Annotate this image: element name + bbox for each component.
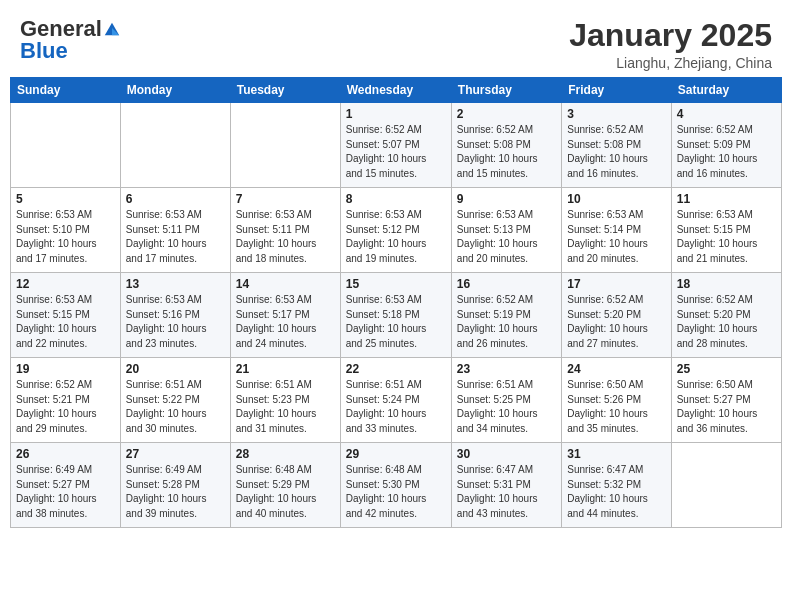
day-number: 30 [457, 447, 556, 461]
day-info: Sunrise: 6:52 AM Sunset: 5:08 PM Dayligh… [567, 123, 665, 181]
logo-general-text: General [20, 18, 102, 40]
calendar-week-1: 1Sunrise: 6:52 AM Sunset: 5:07 PM Daylig… [11, 103, 782, 188]
calendar-cell: 30Sunrise: 6:47 AM Sunset: 5:31 PM Dayli… [451, 443, 561, 528]
calendar-cell: 13Sunrise: 6:53 AM Sunset: 5:16 PM Dayli… [120, 273, 230, 358]
calendar-cell: 17Sunrise: 6:52 AM Sunset: 5:20 PM Dayli… [562, 273, 671, 358]
day-info: Sunrise: 6:53 AM Sunset: 5:15 PM Dayligh… [16, 293, 115, 351]
day-info: Sunrise: 6:52 AM Sunset: 5:07 PM Dayligh… [346, 123, 446, 181]
day-number: 2 [457, 107, 556, 121]
day-info: Sunrise: 6:51 AM Sunset: 5:23 PM Dayligh… [236, 378, 335, 436]
calendar-cell: 9Sunrise: 6:53 AM Sunset: 5:13 PM Daylig… [451, 188, 561, 273]
day-info: Sunrise: 6:48 AM Sunset: 5:30 PM Dayligh… [346, 463, 446, 521]
day-info: Sunrise: 6:52 AM Sunset: 5:08 PM Dayligh… [457, 123, 556, 181]
calendar-cell: 2Sunrise: 6:52 AM Sunset: 5:08 PM Daylig… [451, 103, 561, 188]
day-number: 1 [346, 107, 446, 121]
day-info: Sunrise: 6:53 AM Sunset: 5:13 PM Dayligh… [457, 208, 556, 266]
calendar-week-2: 5Sunrise: 6:53 AM Sunset: 5:10 PM Daylig… [11, 188, 782, 273]
day-info: Sunrise: 6:49 AM Sunset: 5:28 PM Dayligh… [126, 463, 225, 521]
header: General Blue January 2025 Lianghu, Zheji… [10, 10, 782, 77]
day-number: 23 [457, 362, 556, 376]
day-info: Sunrise: 6:53 AM Sunset: 5:14 PM Dayligh… [567, 208, 665, 266]
calendar-cell: 19Sunrise: 6:52 AM Sunset: 5:21 PM Dayli… [11, 358, 121, 443]
calendar-cell: 16Sunrise: 6:52 AM Sunset: 5:19 PM Dayli… [451, 273, 561, 358]
calendar-week-5: 26Sunrise: 6:49 AM Sunset: 5:27 PM Dayli… [11, 443, 782, 528]
day-number: 25 [677, 362, 776, 376]
day-info: Sunrise: 6:50 AM Sunset: 5:26 PM Dayligh… [567, 378, 665, 436]
day-number: 26 [16, 447, 115, 461]
day-info: Sunrise: 6:52 AM Sunset: 5:21 PM Dayligh… [16, 378, 115, 436]
calendar-cell: 25Sunrise: 6:50 AM Sunset: 5:27 PM Dayli… [671, 358, 781, 443]
day-info: Sunrise: 6:53 AM Sunset: 5:18 PM Dayligh… [346, 293, 446, 351]
calendar-cell: 24Sunrise: 6:50 AM Sunset: 5:26 PM Dayli… [562, 358, 671, 443]
calendar-cell: 7Sunrise: 6:53 AM Sunset: 5:11 PM Daylig… [230, 188, 340, 273]
day-number: 22 [346, 362, 446, 376]
day-number: 18 [677, 277, 776, 291]
day-info: Sunrise: 6:53 AM Sunset: 5:11 PM Dayligh… [236, 208, 335, 266]
calendar-cell: 23Sunrise: 6:51 AM Sunset: 5:25 PM Dayli… [451, 358, 561, 443]
day-number: 29 [346, 447, 446, 461]
calendar-cell: 21Sunrise: 6:51 AM Sunset: 5:23 PM Dayli… [230, 358, 340, 443]
day-header-monday: Monday [120, 78, 230, 103]
calendar-header-row: SundayMondayTuesdayWednesdayThursdayFrid… [11, 78, 782, 103]
calendar-cell: 20Sunrise: 6:51 AM Sunset: 5:22 PM Dayli… [120, 358, 230, 443]
calendar-cell: 4Sunrise: 6:52 AM Sunset: 5:09 PM Daylig… [671, 103, 781, 188]
day-info: Sunrise: 6:53 AM Sunset: 5:10 PM Dayligh… [16, 208, 115, 266]
day-number: 3 [567, 107, 665, 121]
day-info: Sunrise: 6:53 AM Sunset: 5:12 PM Dayligh… [346, 208, 446, 266]
day-number: 27 [126, 447, 225, 461]
calendar-cell [671, 443, 781, 528]
calendar-cell: 11Sunrise: 6:53 AM Sunset: 5:15 PM Dayli… [671, 188, 781, 273]
day-info: Sunrise: 6:47 AM Sunset: 5:31 PM Dayligh… [457, 463, 556, 521]
day-number: 14 [236, 277, 335, 291]
calendar-week-3: 12Sunrise: 6:53 AM Sunset: 5:15 PM Dayli… [11, 273, 782, 358]
calendar-cell: 12Sunrise: 6:53 AM Sunset: 5:15 PM Dayli… [11, 273, 121, 358]
day-info: Sunrise: 6:52 AM Sunset: 5:09 PM Dayligh… [677, 123, 776, 181]
calendar-cell: 8Sunrise: 6:53 AM Sunset: 5:12 PM Daylig… [340, 188, 451, 273]
day-number: 8 [346, 192, 446, 206]
day-info: Sunrise: 6:52 AM Sunset: 5:20 PM Dayligh… [677, 293, 776, 351]
day-number: 9 [457, 192, 556, 206]
calendar-cell: 18Sunrise: 6:52 AM Sunset: 5:20 PM Dayli… [671, 273, 781, 358]
calendar-cell: 26Sunrise: 6:49 AM Sunset: 5:27 PM Dayli… [11, 443, 121, 528]
day-info: Sunrise: 6:51 AM Sunset: 5:24 PM Dayligh… [346, 378, 446, 436]
calendar-cell: 6Sunrise: 6:53 AM Sunset: 5:11 PM Daylig… [120, 188, 230, 273]
day-info: Sunrise: 6:47 AM Sunset: 5:32 PM Dayligh… [567, 463, 665, 521]
day-info: Sunrise: 6:51 AM Sunset: 5:25 PM Dayligh… [457, 378, 556, 436]
logo-icon [103, 20, 121, 38]
day-header-saturday: Saturday [671, 78, 781, 103]
calendar-week-4: 19Sunrise: 6:52 AM Sunset: 5:21 PM Dayli… [11, 358, 782, 443]
day-number: 17 [567, 277, 665, 291]
day-number: 12 [16, 277, 115, 291]
day-info: Sunrise: 6:53 AM Sunset: 5:17 PM Dayligh… [236, 293, 335, 351]
day-number: 10 [567, 192, 665, 206]
day-info: Sunrise: 6:53 AM Sunset: 5:16 PM Dayligh… [126, 293, 225, 351]
day-info: Sunrise: 6:53 AM Sunset: 5:15 PM Dayligh… [677, 208, 776, 266]
calendar-cell: 27Sunrise: 6:49 AM Sunset: 5:28 PM Dayli… [120, 443, 230, 528]
calendar-cell: 3Sunrise: 6:52 AM Sunset: 5:08 PM Daylig… [562, 103, 671, 188]
calendar-cell: 10Sunrise: 6:53 AM Sunset: 5:14 PM Dayli… [562, 188, 671, 273]
day-number: 20 [126, 362, 225, 376]
day-info: Sunrise: 6:48 AM Sunset: 5:29 PM Dayligh… [236, 463, 335, 521]
day-header-sunday: Sunday [11, 78, 121, 103]
day-info: Sunrise: 6:50 AM Sunset: 5:27 PM Dayligh… [677, 378, 776, 436]
day-number: 4 [677, 107, 776, 121]
logo: General Blue [20, 18, 121, 62]
title-block: January 2025 Lianghu, Zhejiang, China [569, 18, 772, 71]
day-number: 13 [126, 277, 225, 291]
calendar-cell: 14Sunrise: 6:53 AM Sunset: 5:17 PM Dayli… [230, 273, 340, 358]
day-header-thursday: Thursday [451, 78, 561, 103]
calendar-cell: 22Sunrise: 6:51 AM Sunset: 5:24 PM Dayli… [340, 358, 451, 443]
calendar-table: SundayMondayTuesdayWednesdayThursdayFrid… [10, 77, 782, 528]
day-number: 28 [236, 447, 335, 461]
day-header-wednesday: Wednesday [340, 78, 451, 103]
day-header-friday: Friday [562, 78, 671, 103]
day-info: Sunrise: 6:53 AM Sunset: 5:11 PM Dayligh… [126, 208, 225, 266]
calendar-cell: 1Sunrise: 6:52 AM Sunset: 5:07 PM Daylig… [340, 103, 451, 188]
day-number: 21 [236, 362, 335, 376]
calendar-cell: 15Sunrise: 6:53 AM Sunset: 5:18 PM Dayli… [340, 273, 451, 358]
day-info: Sunrise: 6:49 AM Sunset: 5:27 PM Dayligh… [16, 463, 115, 521]
calendar-cell: 5Sunrise: 6:53 AM Sunset: 5:10 PM Daylig… [11, 188, 121, 273]
month-title: January 2025 [569, 18, 772, 53]
day-number: 19 [16, 362, 115, 376]
day-info: Sunrise: 6:52 AM Sunset: 5:19 PM Dayligh… [457, 293, 556, 351]
